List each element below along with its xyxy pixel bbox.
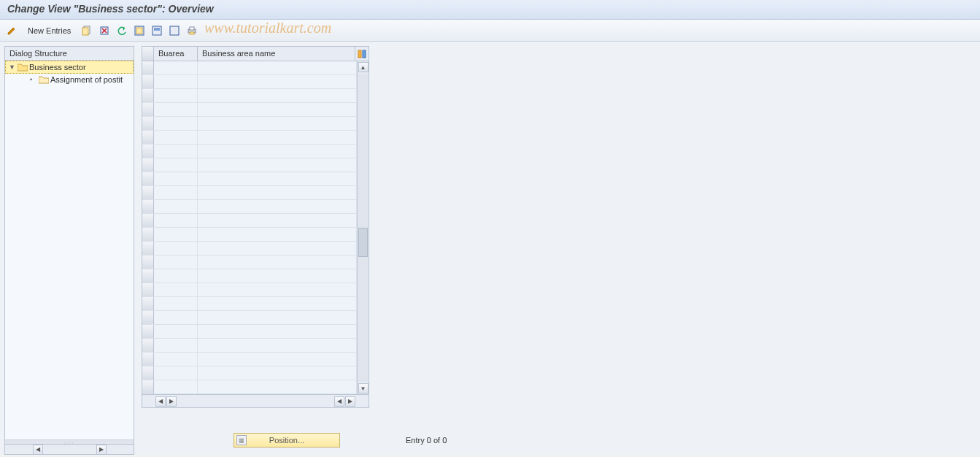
- row-selector[interactable]: [142, 297, 154, 310]
- row-selector[interactable]: [142, 61, 154, 74]
- deselect-all-icon[interactable]: [167, 23, 182, 38]
- row-selector[interactable]: [142, 89, 154, 102]
- tree-item-business-sector[interactable]: ▼ Business sector: [5, 61, 134, 74]
- position-button[interactable]: ▦ Position...: [234, 433, 340, 448]
- table-row[interactable]: [142, 61, 357, 75]
- cell-name[interactable]: [198, 380, 357, 393]
- cell-name[interactable]: [198, 283, 357, 296]
- cell-buarea[interactable]: [154, 380, 198, 393]
- row-selector[interactable]: [142, 228, 154, 241]
- collapse-icon[interactable]: ▼: [9, 64, 16, 71]
- row-selector[interactable]: [142, 158, 154, 172]
- table-row[interactable]: [142, 256, 357, 269]
- cell-name[interactable]: [198, 89, 357, 102]
- table-row[interactable]: [142, 325, 357, 339]
- table-row[interactable]: [142, 145, 357, 158]
- table-row[interactable]: [142, 366, 357, 380]
- cell-name[interactable]: [198, 297, 357, 310]
- table-row[interactable]: [142, 214, 357, 228]
- table-settings-icon[interactable]: [355, 47, 369, 61]
- cell-buarea[interactable]: [154, 200, 198, 213]
- delete-icon[interactable]: [97, 23, 112, 38]
- cell-buarea[interactable]: [154, 103, 198, 116]
- row-selector[interactable]: [142, 366, 154, 380]
- cell-name[interactable]: [198, 353, 357, 366]
- select-block-icon[interactable]: [150, 23, 164, 38]
- row-selector[interactable]: [142, 103, 154, 116]
- vertical-scrollbar[interactable]: ▲ ▼: [357, 61, 369, 394]
- table-row[interactable]: [142, 75, 357, 89]
- cell-name[interactable]: [198, 325, 357, 338]
- row-selector[interactable]: [142, 172, 154, 185]
- table-row[interactable]: [142, 200, 357, 214]
- cell-name[interactable]: [198, 214, 357, 227]
- row-selector[interactable]: [142, 186, 154, 199]
- new-entries-button[interactable]: New Entries: [22, 25, 77, 37]
- table-row[interactable]: [142, 339, 357, 353]
- row-selector[interactable]: [142, 214, 154, 227]
- scroll-first-icon[interactable]: ◀: [155, 396, 166, 407]
- scroll-left-icon[interactable]: ▶: [166, 396, 177, 407]
- cell-buarea[interactable]: [154, 366, 198, 380]
- row-selector[interactable]: [142, 117, 154, 130]
- row-selector[interactable]: [142, 353, 154, 366]
- scroll-right-icon[interactable]: ◀: [334, 396, 344, 407]
- row-selector[interactable]: [142, 75, 154, 88]
- scroll-track[interactable]: [358, 74, 368, 382]
- cell-buarea[interactable]: [154, 325, 198, 338]
- table-row[interactable]: [142, 283, 357, 297]
- row-selector[interactable]: [142, 200, 154, 213]
- row-selector[interactable]: [142, 242, 154, 255]
- horizontal-scrollbar[interactable]: ◀ ▶ ◀ ▶: [142, 394, 369, 407]
- scroll-right-icon[interactable]: ▶: [96, 445, 107, 455]
- table-row[interactable]: [142, 186, 357, 200]
- cell-buarea[interactable]: [154, 214, 198, 227]
- cell-name[interactable]: [198, 61, 357, 74]
- cell-name[interactable]: [198, 103, 357, 116]
- scroll-down-icon[interactable]: ▼: [358, 383, 369, 393]
- table-row[interactable]: [142, 103, 357, 117]
- cell-name[interactable]: [198, 131, 357, 144]
- tree-item-assignment[interactable]: • Assignment of postit: [5, 74, 134, 85]
- cell-buarea[interactable]: [154, 172, 198, 185]
- scroll-up-icon[interactable]: ▲: [358, 62, 369, 72]
- cell-buarea[interactable]: [154, 283, 198, 296]
- cell-name[interactable]: [198, 228, 357, 241]
- cell-buarea[interactable]: [154, 61, 198, 74]
- cell-buarea[interactable]: [154, 131, 198, 144]
- cell-buarea[interactable]: [154, 89, 198, 102]
- cell-name[interactable]: [198, 172, 357, 185]
- cell-name[interactable]: [198, 200, 357, 213]
- column-header-name[interactable]: Business area name: [198, 47, 355, 61]
- table-row[interactable]: [142, 158, 357, 172]
- row-selector[interactable]: [142, 380, 154, 393]
- print-icon[interactable]: [185, 23, 199, 38]
- row-selector[interactable]: [142, 269, 154, 283]
- table-row[interactable]: [142, 311, 357, 325]
- scroll-left-icon[interactable]: ◀: [33, 445, 43, 455]
- cell-buarea[interactable]: [154, 311, 198, 324]
- table-row[interactable]: [142, 242, 357, 256]
- scroll-last-icon[interactable]: ▶: [345, 396, 355, 407]
- cell-name[interactable]: [198, 117, 357, 130]
- cell-name[interactable]: [198, 311, 357, 324]
- table-row[interactable]: [142, 172, 357, 186]
- row-selector[interactable]: [142, 145, 154, 158]
- cell-buarea[interactable]: [154, 158, 198, 172]
- cell-buarea[interactable]: [154, 117, 198, 130]
- row-selector[interactable]: [142, 325, 154, 338]
- cell-name[interactable]: [198, 242, 357, 255]
- cell-name[interactable]: [198, 75, 357, 88]
- cell-name[interactable]: [198, 256, 357, 269]
- cell-buarea[interactable]: [154, 339, 198, 352]
- table-row[interactable]: [142, 228, 357, 242]
- cell-name[interactable]: [198, 366, 357, 380]
- toggle-change-icon[interactable]: [4, 23, 19, 38]
- row-selector[interactable]: [142, 311, 154, 324]
- cell-buarea[interactable]: [154, 297, 198, 310]
- cell-buarea[interactable]: [154, 228, 198, 241]
- scroll-thumb[interactable]: [358, 228, 368, 257]
- select-all-icon[interactable]: [132, 23, 147, 38]
- cell-name[interactable]: [198, 186, 357, 199]
- undo-icon[interactable]: [115, 23, 129, 38]
